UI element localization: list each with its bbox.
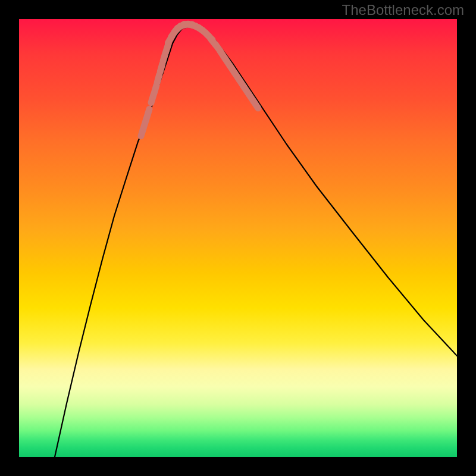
chart-plot-area <box>19 19 457 457</box>
highlight-left-dash <box>157 74 159 82</box>
curve-group <box>55 26 457 457</box>
highlight-left-dash <box>154 85 156 93</box>
highlight-left-dash <box>147 109 149 117</box>
highlight-left-dash <box>160 64 162 71</box>
highlight-right-dash <box>253 101 258 108</box>
highlight-group <box>141 24 258 136</box>
chart-svg <box>19 19 457 457</box>
watermark-text: TheBottleneck.com <box>342 2 464 18</box>
bottleneck-curve-path <box>55 26 457 457</box>
